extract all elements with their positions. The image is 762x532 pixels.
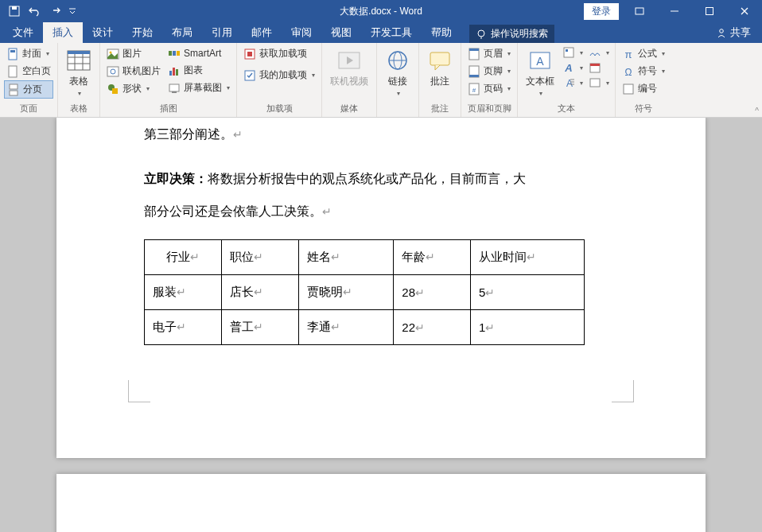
page-number-button[interactable]: #页码▾ — [465, 80, 513, 97]
svg-rect-9 — [10, 50, 15, 52]
table-header-cell[interactable]: 年龄↵ — [394, 239, 471, 274]
maximize-icon[interactable] — [692, 0, 727, 22]
tab-layout[interactable]: 布局 — [162, 22, 202, 43]
window-title: 大数据.docx - Word — [340, 5, 422, 18]
chart-button[interactable]: 图表 — [165, 62, 232, 79]
tab-help[interactable]: 帮助 — [422, 22, 461, 43]
document-page[interactable]: 第三部分阐述。↵ 立即决策：将数据分析报告中的观点系统化或产品化，目前而言，大 … — [56, 118, 706, 458]
chevron-down-icon: ▾ — [580, 64, 583, 72]
number-button[interactable]: 编号 — [620, 80, 667, 97]
content-table[interactable]: 行业↵ 职位↵ 姓名↵ 年龄↵ 从业时间↵ 服装↵ 店长↵ 贾晓明↵ 28↵ 5… — [144, 239, 585, 345]
svg-rect-10 — [9, 66, 17, 77]
tell-me-label: 操作说明搜索 — [491, 27, 548, 41]
svg-rect-44 — [469, 75, 479, 77]
get-addins-button[interactable]: 获取加载项 — [241, 45, 317, 62]
share-button[interactable]: 共享 — [705, 22, 762, 43]
drop-cap-button[interactable]: A▾ — [561, 76, 585, 90]
my-addins-button[interactable]: 我的加载项▾ — [241, 67, 317, 83]
tab-view[interactable]: 视图 — [321, 22, 361, 43]
document-page[interactable] — [56, 474, 706, 532]
svg-rect-2 — [636, 8, 643, 14]
svg-rect-61 — [624, 84, 633, 94]
table-header-cell[interactable]: 职位↵ — [221, 239, 298, 274]
redo-icon[interactable] — [46, 2, 65, 21]
tab-design[interactable]: 设计 — [83, 22, 122, 43]
equation-button[interactable]: π公式▾ — [620, 45, 667, 62]
ribbon-group-pages: 封面▾ 空白页 分页 页面 — [0, 43, 58, 117]
share-icon — [716, 27, 727, 38]
group-label-addins: 加载项 — [241, 101, 317, 117]
table-cell[interactable]: 服装↵ — [145, 274, 222, 309]
blank-page-button[interactable]: 空白页 — [4, 63, 53, 80]
ribbon-group-addins: 获取加载项 我的加载项▾ 加载项 — [237, 43, 322, 117]
group-label-tables: 表格 — [62, 101, 95, 117]
screenshot-button[interactable]: 屏幕截图▾ — [165, 80, 232, 96]
table-cell[interactable]: 贾晓明↵ — [298, 274, 394, 309]
ribbon-group-symbols: π公式▾ Ω符号▾ 编号 符号 — [616, 43, 671, 117]
signature-line-button[interactable]: ▾ — [587, 45, 611, 60]
svg-rect-31 — [169, 84, 179, 91]
header-button[interactable]: 页眉▾ — [465, 45, 513, 62]
tab-insert[interactable]: 插入 — [43, 22, 83, 43]
login-button[interactable]: 登录 — [584, 3, 619, 20]
tell-me-search[interactable]: 操作说明搜索 — [469, 25, 554, 43]
symbol-button[interactable]: Ω符号▾ — [620, 63, 667, 80]
svg-rect-58 — [590, 79, 600, 87]
table-cell[interactable]: 电子↵ — [145, 309, 222, 344]
tab-file[interactable]: 文件 — [3, 22, 43, 43]
tab-review[interactable]: 审阅 — [282, 22, 321, 43]
undo-icon[interactable] — [25, 2, 45, 21]
shapes-button[interactable]: 形状▾ — [104, 80, 163, 97]
document-area[interactable]: 第三部分阐述。↵ 立即决策：将数据分析报告中的观点系统化或产品化，目前而言，大 … — [0, 118, 762, 532]
table-cell[interactable]: 1↵ — [471, 309, 585, 344]
date-time-button[interactable] — [587, 60, 611, 75]
close-icon[interactable] — [727, 0, 762, 22]
tab-start[interactable]: 开始 — [122, 22, 162, 43]
pictures-button[interactable]: 图片 — [104, 45, 163, 62]
table-cell[interactable]: 普工↵ — [221, 309, 298, 344]
footer-button[interactable]: 页脚▾ — [465, 63, 513, 80]
table-header-cell[interactable]: 行业↵ — [145, 239, 222, 274]
table-header-cell[interactable]: 姓名↵ — [298, 239, 394, 274]
quick-parts-button[interactable]: ▾ — [561, 45, 585, 60]
wordart-button[interactable]: A▾ — [561, 60, 585, 75]
table-cell[interactable]: 28↵ — [394, 274, 471, 309]
links-button[interactable]: 链接 ▾ — [381, 45, 414, 99]
svg-text:Ω: Ω — [625, 67, 632, 78]
chevron-down-icon: ▾ — [662, 50, 665, 57]
page-break-button[interactable]: 分页 — [4, 80, 53, 99]
ribbon: 封面▾ 空白页 分页 页面 表格 ▾ 表格 图片 联机图片 形状▾ SmartA… — [0, 43, 762, 118]
textbox-button[interactable]: A 文本框 ▾ — [522, 45, 558, 99]
comment-button[interactable]: 批注 — [423, 45, 457, 91]
chevron-down-icon: ▾ — [46, 50, 49, 57]
smartart-button[interactable]: SmartArt — [165, 45, 232, 61]
tab-mailings[interactable]: 邮件 — [242, 22, 282, 43]
svg-rect-4 — [706, 8, 713, 15]
ribbon-display-icon[interactable] — [622, 0, 657, 22]
ribbon-group-illustrations: 图片 联机图片 形状▾ SmartArt 图表 屏幕截图▾ 插图 — [100, 43, 237, 117]
ribbon-collapse-icon[interactable]: ^ — [755, 107, 759, 115]
object-button[interactable]: ▾ — [587, 76, 611, 90]
save-icon[interactable] — [5, 2, 24, 21]
table-cell[interactable]: 李通↵ — [298, 309, 394, 344]
chevron-down-icon: ▾ — [507, 85, 511, 92]
table-cell[interactable]: 5↵ — [471, 274, 585, 309]
table-header-cell[interactable]: 从业时间↵ — [471, 239, 585, 274]
online-video-button[interactable]: 联机视频 — [326, 45, 372, 91]
title-bar: 大数据.docx - Word 登录 — [0, 0, 762, 22]
chevron-down-icon: ▾ — [397, 90, 400, 97]
svg-rect-30 — [176, 69, 178, 76]
minimize-icon[interactable] — [657, 0, 692, 22]
ribbon-group-comments: 批注 批注 — [419, 43, 461, 117]
group-label-pages: 页面 — [4, 101, 53, 117]
chevron-down-icon: ▾ — [78, 90, 81, 97]
tab-references[interactable]: 引用 — [202, 22, 242, 43]
table-cell[interactable]: 店长↵ — [221, 274, 298, 309]
table-cell[interactable]: 22↵ — [394, 309, 471, 344]
online-pictures-button[interactable]: 联机图片 — [104, 63, 163, 80]
qat-dropdown-icon[interactable] — [67, 2, 78, 21]
tab-devtools[interactable]: 开发工具 — [361, 22, 422, 43]
group-label-links — [381, 103, 414, 117]
table-button[interactable]: 表格 ▾ — [62, 45, 95, 99]
cover-page-button[interactable]: 封面▾ — [4, 45, 53, 62]
